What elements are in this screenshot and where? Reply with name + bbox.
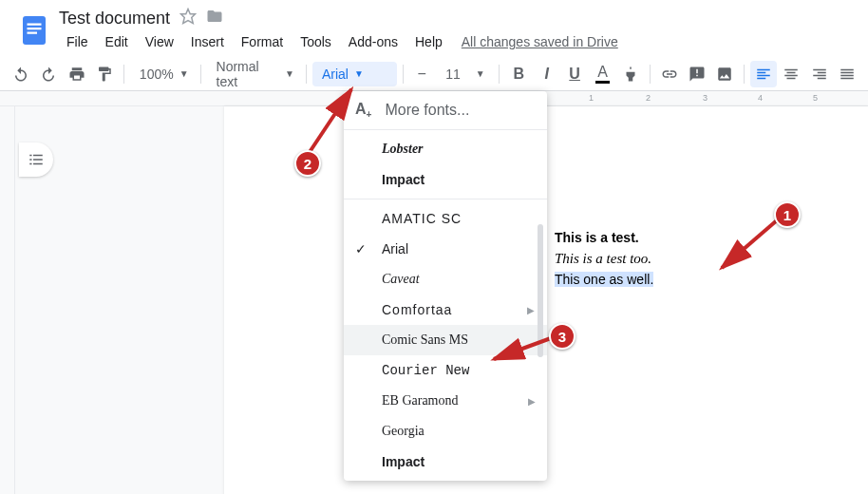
svg-rect-0 xyxy=(23,16,46,45)
menu-insert[interactable]: Insert xyxy=(183,30,232,53)
font-size[interactable]: 11 xyxy=(437,62,465,86)
font-item-comfortaa[interactable]: Comfortaa▶ xyxy=(344,294,547,325)
annotation-badge-1: 1 xyxy=(774,201,801,228)
header: Test document File Edit View Insert Form… xyxy=(0,0,868,53)
print-button[interactable] xyxy=(64,61,89,87)
font-item-caveat[interactable]: Caveat xyxy=(344,264,547,294)
outline-toggle-button[interactable] xyxy=(19,142,53,177)
doc-line-1: This is a test. xyxy=(555,228,773,248)
annotation-badge-2: 2 xyxy=(294,150,321,177)
font-menu: A+ More fonts... Lobster Impact Amatic S… xyxy=(344,91,547,481)
menu-view[interactable]: View xyxy=(138,30,181,53)
folder-icon[interactable] xyxy=(206,8,223,28)
menubar: File Edit View Insert Format Tools Add-o… xyxy=(59,30,618,53)
align-center-button[interactable] xyxy=(779,61,804,87)
more-fonts-item[interactable]: A+ More fonts... xyxy=(344,95,547,125)
font-item-eb-garamond[interactable]: EB Garamond▶ xyxy=(344,386,547,416)
docs-logo-icon[interactable] xyxy=(15,8,53,53)
font-size-decrease[interactable]: − xyxy=(409,61,435,87)
font-dropdown[interactable]: Arial▼ xyxy=(312,62,397,86)
link-button[interactable] xyxy=(656,61,682,87)
svg-rect-3 xyxy=(28,32,38,34)
bold-button[interactable]: B xyxy=(505,61,531,87)
menu-format[interactable]: Format xyxy=(234,30,291,53)
paint-format-button[interactable] xyxy=(91,61,117,87)
menu-edit[interactable]: Edit xyxy=(98,30,136,53)
font-item-arial[interactable]: Arial✓ xyxy=(344,234,547,264)
align-left-button[interactable] xyxy=(750,61,776,87)
submenu-icon: ▶ xyxy=(527,305,536,315)
style-dropdown[interactable]: Normal text▼ xyxy=(207,62,300,86)
menu-addons[interactable]: Add-ons xyxy=(341,30,406,53)
add-font-icon: A+ xyxy=(355,101,371,120)
font-item-impact[interactable]: Impact xyxy=(344,446,547,477)
highlight-button[interactable] xyxy=(617,61,643,87)
check-icon: ✓ xyxy=(355,241,367,256)
font-recent-impact[interactable]: Impact xyxy=(344,164,547,195)
vertical-ruler xyxy=(0,106,15,494)
align-right-button[interactable] xyxy=(806,61,832,87)
comment-button[interactable] xyxy=(684,61,709,87)
font-item-comic-sans-ms[interactable]: Comic Sans MS xyxy=(344,325,547,355)
doc-line-2: This is a test too. xyxy=(555,248,773,270)
svg-rect-2 xyxy=(28,28,42,29)
submenu-icon: ▶ xyxy=(528,396,536,407)
annotation-badge-3: 3 xyxy=(549,323,576,350)
svg-marker-4 xyxy=(181,10,196,24)
menu-help[interactable]: Help xyxy=(407,30,450,53)
font-item-georgia[interactable]: Georgia xyxy=(344,416,547,446)
toolbar: 100%▼ Normal text▼ Arial▼ − 11 ▼ B I U A xyxy=(0,57,868,91)
save-status[interactable]: All changes saved in Drive xyxy=(462,30,618,53)
text-color-button[interactable]: A xyxy=(590,61,615,87)
star-icon[interactable] xyxy=(179,8,197,28)
menu-file[interactable]: File xyxy=(59,30,96,53)
align-justify-button[interactable] xyxy=(835,61,860,87)
font-recent-lobster[interactable]: Lobster xyxy=(344,134,547,164)
font-size-increase[interactable]: ▼ xyxy=(467,61,493,87)
image-button[interactable] xyxy=(712,61,738,87)
italic-button[interactable]: I xyxy=(534,61,559,87)
menu-tools[interactable]: Tools xyxy=(292,30,339,53)
redo-button[interactable] xyxy=(35,61,61,87)
doc-line-3-selected: This one as well. xyxy=(555,272,653,287)
font-item-amatic-sc[interactable]: Amatic SC xyxy=(344,203,547,234)
underline-button[interactable]: U xyxy=(561,61,587,87)
scrollbar-thumb[interactable] xyxy=(538,224,543,357)
svg-rect-1 xyxy=(28,24,42,26)
zoom-dropdown[interactable]: 100%▼ xyxy=(130,62,195,86)
document-title[interactable]: Test document xyxy=(59,9,170,28)
font-item-courier-new[interactable]: Courier New xyxy=(344,355,547,386)
undo-button[interactable] xyxy=(8,61,33,87)
